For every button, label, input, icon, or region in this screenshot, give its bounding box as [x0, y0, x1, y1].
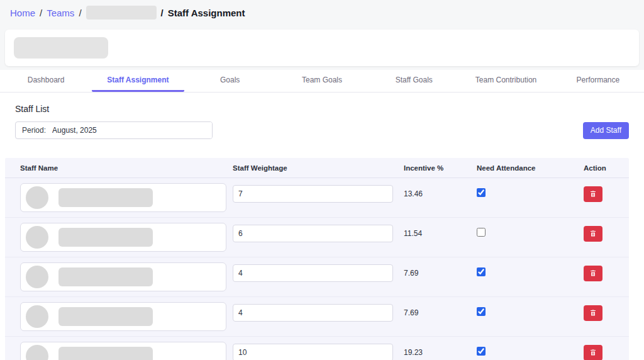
team-name-redacted: [14, 37, 108, 59]
breadcrumb-separator: /: [79, 8, 81, 18]
delete-staff-button[interactable]: [584, 226, 602, 242]
trash-icon: [589, 190, 597, 198]
period-label: Period:: [16, 126, 52, 135]
tab-team-goals[interactable]: Team Goals: [276, 70, 368, 92]
table-row: 11.54: [5, 218, 629, 257]
table-header-row: Staff Name Staff Weightage Incentive % N…: [5, 158, 629, 178]
staff-weightage-input[interactable]: [233, 344, 393, 360]
header-action: Action: [584, 164, 629, 172]
staff-weightage-input[interactable]: [233, 264, 393, 282]
delete-staff-button[interactable]: [584, 345, 602, 360]
header-staff-weightage: Staff Weightage: [233, 164, 404, 172]
breadcrumb-separator: /: [40, 8, 42, 18]
incentive-value: 7.69: [404, 308, 477, 317]
table-row: 13.46: [5, 178, 629, 218]
add-staff-button[interactable]: Add Staff: [583, 122, 629, 139]
breadcrumb-separator: /: [161, 8, 164, 18]
delete-staff-button[interactable]: [584, 266, 602, 281]
header-need-attendance: Need Attendance: [477, 164, 584, 172]
staff-table: Staff Name Staff Weightage Incentive % N…: [5, 158, 629, 360]
staff-name-redacted: [58, 347, 153, 360]
staff-assignment-panel: Staff List Period: Add Staff Staff Name …: [0, 93, 644, 360]
header-incentive: Incentive %: [404, 164, 477, 172]
avatar: [26, 345, 48, 360]
trash-icon: [589, 349, 597, 356]
need-attendance-checkbox[interactable]: [477, 228, 486, 237]
staff-name-redacted: [58, 188, 153, 207]
tab-staff-goals[interactable]: Staff Goals: [368, 70, 460, 92]
incentive-value: 7.69: [404, 269, 477, 278]
avatar: [26, 186, 48, 209]
avatar: [26, 305, 48, 328]
staff-weightage-input[interactable]: [233, 185, 393, 203]
period-field-group: Period:: [15, 121, 213, 139]
staff-weightage-input[interactable]: [233, 225, 393, 242]
header-staff-name: Staff Name: [20, 164, 233, 172]
staff-list-controls: Period: Add Staff: [0, 120, 644, 139]
staff-name-cell: [20, 262, 226, 291]
breadcrumb-team-name-redacted: [86, 6, 157, 20]
table-row: 7.69: [5, 297, 629, 337]
staff-name-cell: [20, 183, 226, 212]
staff-name-redacted: [58, 228, 153, 247]
tab-bar: Dashboard Staff Assignment Goals Team Go…: [0, 70, 644, 93]
staff-list-title: Staff List: [0, 93, 644, 120]
table-row: 19.23: [5, 337, 629, 360]
tab-staff-assignment[interactable]: Staff Assignment: [92, 70, 184, 92]
trash-icon: [589, 230, 597, 237]
tab-team-contribution[interactable]: Team Contribution: [460, 70, 552, 92]
incentive-value: 11.54: [404, 229, 477, 238]
tab-dashboard[interactable]: Dashboard: [0, 70, 92, 92]
staff-name-cell: [20, 302, 226, 331]
delete-staff-button[interactable]: [584, 186, 602, 202]
need-attendance-checkbox[interactable]: [477, 188, 486, 197]
trash-icon: [589, 309, 597, 317]
tab-performance[interactable]: Performance: [552, 70, 644, 92]
staff-name-cell: [20, 342, 226, 360]
avatar: [26, 226, 48, 249]
trash-icon: [589, 269, 597, 277]
breadcrumb: Home / Teams / / Staff Assignment: [0, 0, 644, 23]
need-attendance-checkbox[interactable]: [477, 347, 486, 356]
delete-staff-button[interactable]: [584, 305, 602, 321]
staff-weightage-input[interactable]: [233, 304, 393, 322]
breadcrumb-home-link[interactable]: Home: [10, 8, 35, 18]
staff-name-cell: [20, 223, 226, 252]
breadcrumb-current-page: Staff Assignment: [168, 8, 245, 18]
team-header-card: [5, 30, 639, 66]
table-row: 7.69: [5, 257, 629, 297]
incentive-value: 13.46: [404, 189, 477, 198]
tab-goals[interactable]: Goals: [184, 70, 276, 92]
incentive-value: 19.23: [404, 348, 477, 357]
breadcrumb-teams-link[interactable]: Teams: [47, 8, 74, 18]
avatar: [26, 266, 48, 288]
need-attendance-checkbox[interactable]: [477, 267, 486, 276]
staff-name-redacted: [58, 307, 153, 326]
staff-name-redacted: [58, 267, 153, 286]
period-input[interactable]: [52, 122, 212, 138]
need-attendance-checkbox[interactable]: [477, 307, 486, 316]
